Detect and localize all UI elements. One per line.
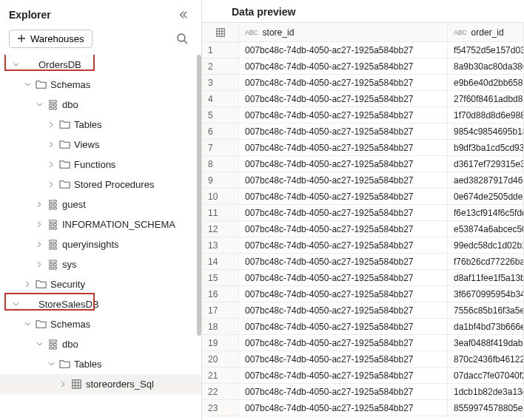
table-row[interactable]: 1007bc48c-74db-4050-ac27-1925a584bb27f54…: [202, 42, 524, 58]
cell-store_id[interactable]: 007bc48c-74db-4050-ac27-1925a584bb27: [239, 302, 448, 318]
table-row[interactable]: 7007bc48c-74db-4050-ac27-1925a584bb27b9d…: [202, 140, 524, 156]
cell-order_id[interactable]: da1bf4bd73b666e: [448, 319, 524, 334]
tree-item-views1[interactable]: Views: [0, 135, 201, 155]
chevron-down-icon[interactable]: [22, 320, 33, 328]
cell-order_id[interactable]: 1f70d88d8d6e988: [448, 107, 524, 123]
table-row[interactable]: 15007bc48c-74db-4050-ac27-1925a584bb27d8…: [202, 270, 524, 286]
chevron-right-icon[interactable]: [58, 380, 68, 388]
chevron-right-icon[interactable]: [46, 180, 56, 189]
tree-item-tables1[interactable]: Tables: [0, 115, 201, 135]
cell-order_id[interactable]: 7556c85b16f3a5e8: [448, 302, 524, 318]
table-row[interactable]: 19007bc48c-74db-4050-ac27-1925a584bb273e…: [202, 335, 524, 351]
tree-item-guest[interactable]: guest: [0, 194, 201, 214]
cell-order_id[interactable]: d3617ef729315e3: [448, 156, 524, 172]
tree-item-security1[interactable]: Security: [0, 274, 201, 294]
column-header-order_id[interactable]: ABCorder_id: [448, 23, 524, 41]
table-row[interactable]: 3007bc48c-74db-4050-ac27-1925a584bb27e9b…: [202, 75, 524, 91]
cell-store_id[interactable]: 007bc48c-74db-4050-ac27-1925a584bb27: [239, 172, 448, 188]
cell-order_id[interactable]: 07dacc7fe07040f2: [448, 368, 524, 383]
table-row[interactable]: 6007bc48c-74db-4050-ac27-1925a584bb27985…: [202, 123, 524, 140]
table-row[interactable]: 8007bc48c-74db-4050-ac27-1925a584bb27d36…: [202, 156, 524, 172]
chevron-right-icon[interactable]: [22, 280, 33, 288]
cell-order_id[interactable]: f76b26cd77226ba5: [448, 254, 524, 269]
chevron-down-icon[interactable]: [34, 101, 44, 109]
cell-order_id[interactable]: 9854c9854695b18: [448, 123, 524, 139]
tree-item-storeorders[interactable]: storeorders_Sql: [0, 374, 201, 394]
add-warehouses-button[interactable]: Warehouses: [9, 30, 93, 48]
table-row[interactable]: 17007bc48c-74db-4050-ac27-1925a584bb2775…: [202, 302, 524, 319]
tree-item-sys[interactable]: sys: [0, 254, 201, 274]
cell-store_id[interactable]: 007bc48c-74db-4050-ac27-1925a584bb27: [239, 368, 448, 383]
cell-store_id[interactable]: 007bc48c-74db-4050-ac27-1925a584bb27: [239, 140, 448, 155]
explorer-search-button[interactable]: [172, 28, 192, 49]
table-row[interactable]: 16007bc48c-74db-4050-ac27-1925a584bb273f…: [202, 286, 524, 302]
cell-store_id[interactable]: 007bc48c-74db-4050-ac27-1925a584bb27: [239, 42, 448, 58]
cell-order_id[interactable]: 0e674de2505ddeb: [448, 189, 524, 204]
chevron-down-icon[interactable]: [34, 340, 44, 348]
cell-order_id[interactable]: 870c2436fb461222: [448, 351, 524, 367]
table-row[interactable]: 11007bc48c-74db-4050-ac27-1925a584bb27f6…: [202, 205, 524, 221]
cell-store_id[interactable]: 007bc48c-74db-4050-ac27-1925a584bb27: [239, 286, 448, 302]
table-row[interactable]: 23007bc48c-74db-4050-ac27-1925a584bb2785…: [202, 400, 524, 416]
table-row[interactable]: 4007bc48c-74db-4050-ac27-1925a584bb2727f…: [202, 91, 524, 107]
cell-store_id[interactable]: 007bc48c-74db-4050-ac27-1925a584bb27: [239, 221, 448, 237]
table-row[interactable]: 10007bc48c-74db-4050-ac27-1925a584bb270e…: [202, 189, 524, 205]
table-row[interactable]: 18007bc48c-74db-4050-ac27-1925a584bb27da…: [202, 319, 524, 335]
cell-order_id[interactable]: d8af11fee1f5a13bf: [448, 270, 524, 285]
cell-store_id[interactable]: 007bc48c-74db-4050-ac27-1925a584bb27: [239, 335, 448, 350]
table-row[interactable]: 13007bc48c-74db-4050-ac27-1925a584bb2799…: [202, 237, 524, 254]
cell-order_id[interactable]: 3eaf0488f419dab6: [448, 335, 524, 350]
table-row[interactable]: 2007bc48c-74db-4050-ac27-1925a584bb278a9…: [202, 58, 524, 75]
tree-item-ordersdb[interactable]: OrdersDB: [0, 55, 201, 75]
table-row[interactable]: 22007bc48c-74db-4050-ac27-1925a584bb271d…: [202, 384, 524, 400]
cell-store_id[interactable]: 007bc48c-74db-4050-ac27-1925a584bb27: [239, 156, 448, 172]
cell-order_id[interactable]: f54752d5e157d03f: [448, 42, 524, 58]
cell-order_id[interactable]: 8559974578805e0: [448, 400, 524, 416]
chevron-right-icon[interactable]: [46, 121, 56, 129]
chevron-down-icon[interactable]: [22, 81, 33, 89]
tree-item-funcs1[interactable]: Functions: [0, 155, 201, 175]
cell-store_id[interactable]: 007bc48c-74db-4050-ac27-1925a584bb27: [239, 351, 448, 367]
cell-order_id[interactable]: 8a9b30ac80da386: [448, 58, 524, 74]
cell-store_id[interactable]: 007bc48c-74db-4050-ac27-1925a584bb27: [239, 123, 448, 139]
chevron-right-icon[interactable]: [46, 160, 56, 169]
cell-store_id[interactable]: 007bc48c-74db-4050-ac27-1925a584bb27: [239, 107, 448, 123]
table-row[interactable]: 14007bc48c-74db-4050-ac27-1925a584bb27f7…: [202, 254, 524, 270]
table-row[interactable]: 5007bc48c-74db-4050-ac27-1925a584bb271f7…: [202, 107, 524, 123]
tree-item-infoschema[interactable]: INFORMATION_SCHEMA: [0, 214, 201, 234]
chevron-right-icon[interactable]: [34, 200, 44, 209]
table-row[interactable]: 21007bc48c-74db-4050-ac27-1925a584bb2707…: [202, 368, 524, 384]
cell-order_id[interactable]: 3f6670995954b34c: [448, 286, 524, 302]
tree-item-dbo1[interactable]: dbo: [0, 95, 201, 115]
cell-store_id[interactable]: 007bc48c-74db-4050-ac27-1925a584bb27: [239, 254, 448, 269]
cell-order_id[interactable]: f6e13cf914f6c5fdc: [448, 205, 524, 220]
cell-store_id[interactable]: 007bc48c-74db-4050-ac27-1925a584bb27: [239, 75, 448, 90]
column-header-store_id[interactable]: ABCstore_id: [239, 23, 448, 41]
chevron-right-icon[interactable]: [34, 260, 44, 268]
collapse-explorer-button[interactable]: [175, 6, 192, 24]
tree-item-tables2[interactable]: Tables: [0, 354, 201, 374]
tree-item-storesales[interactable]: StoreSalesDB: [0, 294, 201, 314]
cell-store_id[interactable]: 007bc48c-74db-4050-ac27-1925a584bb27: [239, 58, 448, 74]
chevron-right-icon[interactable]: [34, 220, 44, 228]
chevron-down-icon[interactable]: [10, 61, 21, 69]
tree-item-schemas1[interactable]: Schemas: [0, 75, 201, 95]
cell-store_id[interactable]: 007bc48c-74db-4050-ac27-1925a584bb27: [239, 189, 448, 204]
cell-store_id[interactable]: 007bc48c-74db-4050-ac27-1925a584bb27: [239, 237, 448, 253]
cell-store_id[interactable]: 007bc48c-74db-4050-ac27-1925a584bb27: [239, 319, 448, 334]
chevron-right-icon[interactable]: [46, 140, 56, 149]
cell-order_id[interactable]: 27f60f8461adbd8: [448, 91, 524, 106]
chevron-down-icon[interactable]: [46, 360, 56, 368]
chevron-down-icon[interactable]: [10, 300, 21, 308]
cell-order_id[interactable]: aed38287917d46c: [448, 172, 524, 188]
cell-order_id[interactable]: b9df3ba1cd5cd93a: [448, 140, 524, 155]
cell-order_id[interactable]: 1dcb1b82de3a13d2: [448, 384, 524, 399]
cell-order_id[interactable]: 99edc58dc1d02b1: [448, 237, 524, 253]
cell-store_id[interactable]: 007bc48c-74db-4050-ac27-1925a584bb27: [239, 384, 448, 399]
table-row[interactable]: 9007bc48c-74db-4050-ac27-1925a584bb27aed…: [202, 172, 524, 189]
tree-item-schemas2[interactable]: Schemas: [0, 314, 201, 334]
table-row[interactable]: 12007bc48c-74db-4050-ac27-1925a584bb27e5…: [202, 221, 524, 237]
table-row[interactable]: 20007bc48c-74db-4050-ac27-1925a584bb2787…: [202, 351, 524, 368]
cell-store_id[interactable]: 007bc48c-74db-4050-ac27-1925a584bb27: [239, 205, 448, 220]
chevron-right-icon[interactable]: [34, 240, 44, 248]
